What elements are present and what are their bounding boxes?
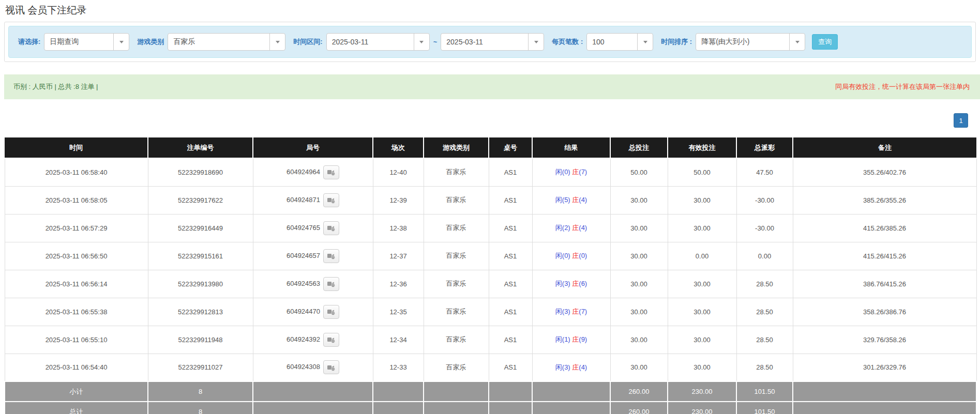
page-size-label: 每页笔数 : (552, 37, 583, 47)
cell-valid-bet: 0.00 (668, 242, 736, 270)
column-header-4: 游戏类别 (424, 137, 489, 158)
cell-round-id: 604924470 (253, 298, 373, 326)
video-replay-button[interactable] (323, 277, 339, 291)
cell-time: 2025-03-11 06:57:29 (5, 214, 148, 242)
cell-round-id: 604924308 (253, 354, 373, 381)
column-header-7: 总投注 (610, 137, 668, 158)
cell-bet-id: 522329918690 (148, 158, 253, 186)
cell-session: 12-40 (373, 158, 424, 186)
video-file-icon (327, 280, 336, 288)
video-replay-button[interactable] (323, 165, 339, 179)
column-header-1: 注单编号 (148, 137, 253, 158)
cell-remark: 358.26/386.76 (793, 298, 976, 326)
cell-time: 2025-03-11 06:54:40 (5, 354, 148, 381)
cell-result: 闲(3) 庄(7) (532, 298, 610, 326)
cell-table-no: AS1 (489, 354, 532, 381)
cell-game-type: 百家乐 (424, 326, 489, 354)
video-file-icon (327, 335, 336, 344)
video-replay-button[interactable] (323, 305, 339, 319)
cell-valid-bet: 30.00 (668, 214, 736, 242)
chevron-down-icon (113, 34, 129, 50)
cell-game-type: 百家乐 (424, 354, 489, 381)
result-player: 闲(2) (555, 224, 570, 232)
currency-total-text: 币别 : 人民币 | 总共 :8 注单 | (13, 82, 98, 91)
table-header-row: 时间注单编号局号场次游戏类别桌号结果总投注有效投注总派彩备注 (5, 137, 976, 158)
time-range-label: 时间区间: (293, 37, 322, 47)
result-banker: 庄 (572, 308, 579, 315)
cell-result: 闲(1) 庄(9) (532, 326, 610, 354)
sort-value: 降冪(由大到小) (696, 37, 749, 47)
summary-bar: 币别 : 人民币 | 总共 :8 注单 | 同局有效投注，统一计算在该局第一张注… (4, 74, 980, 99)
video-file-icon (327, 308, 336, 316)
total-row: 总计 8 260.00 230.00 101.50 (5, 402, 976, 414)
cell-bet-id: 522329915161 (148, 242, 253, 270)
page-title: 视讯 会员下注纪录 (0, 0, 980, 22)
cell-session: 12-35 (373, 298, 424, 326)
total-total-bet: 260.00 (610, 402, 668, 414)
cell-result: 闲(2) 庄(4) (532, 214, 610, 242)
cell-total-bet[interactable]: 30.00 (610, 242, 668, 270)
cell-total-bet[interactable]: 30.00 (610, 354, 668, 381)
table-body: 2025-03-11 06:58:40 522329918690 6049249… (5, 158, 976, 381)
cell-total-bet[interactable]: 30.00 (610, 186, 668, 214)
cell-session: 12-34 (373, 326, 424, 354)
cell-game-type: 百家乐 (424, 270, 489, 298)
cell-total-bet[interactable]: 50.00 (610, 158, 668, 186)
result-player: 闲(0) (555, 252, 570, 259)
cell-remark: 415.26/385.26 (793, 214, 976, 242)
subtotal-payout: 101.50 (736, 381, 793, 402)
result-banker: 庄 (572, 280, 579, 287)
date-to-select[interactable]: 2025-03-11 (441, 33, 544, 51)
cell-time: 2025-03-11 06:56:50 (5, 242, 148, 270)
query-type-select[interactable]: 日期查询 (44, 33, 129, 51)
video-file-icon (327, 168, 336, 176)
cell-remark: 415.26/415.26 (793, 242, 976, 270)
cell-time: 2025-03-11 06:55:38 (5, 298, 148, 326)
subtotal-valid-bet: 230.00 (668, 381, 736, 402)
cell-bet-id: 522329917622 (148, 186, 253, 214)
cell-total-bet[interactable]: 30.00 (610, 270, 668, 298)
total-count: 8 (148, 402, 253, 414)
date-from-select[interactable]: 2025-03-11 (326, 33, 430, 51)
page-size-select[interactable]: 100 (586, 33, 653, 51)
cell-result: 闲(3) 庄(4) (532, 354, 610, 381)
select-type-label: 请选择: (18, 37, 40, 47)
cell-round-id: 604924871 (253, 186, 373, 214)
table-row: 2025-03-11 06:56:50 522329915161 6049246… (5, 242, 976, 270)
column-header-5: 桌号 (489, 137, 532, 158)
total-payout: 101.50 (736, 402, 793, 414)
page-button-1[interactable]: 1 (954, 113, 968, 128)
result-banker: 庄 (572, 363, 579, 371)
video-replay-button[interactable] (323, 221, 339, 235)
table-row: 2025-03-11 06:55:38 522329912813 6049244… (5, 298, 976, 326)
date-range-tilde: ~ (433, 38, 438, 46)
filter-panel: 请选择: 日期查询 游戏类别 百家乐 时间区间: 2025-03-11 ~ 20… (4, 22, 976, 62)
round-id-text: 604924308 (287, 363, 320, 371)
page-size-value: 100 (587, 38, 604, 46)
video-replay-button[interactable] (323, 249, 339, 263)
search-button[interactable]: 查询 (812, 34, 838, 50)
video-replay-button[interactable] (323, 333, 339, 347)
video-replay-button[interactable] (323, 193, 339, 207)
column-header-0: 时间 (5, 137, 148, 158)
cell-total-bet[interactable]: 30.00 (610, 326, 668, 354)
sort-select[interactable]: 降冪(由大到小) (696, 33, 805, 51)
game-type-select[interactable]: 百家乐 (168, 33, 285, 51)
table-row: 2025-03-11 06:58:40 522329918690 6049249… (5, 158, 976, 186)
cell-bet-id: 522329916449 (148, 214, 253, 242)
query-type-value: 日期查询 (44, 37, 79, 47)
cell-payout: 28.50 (736, 354, 793, 381)
video-replay-button[interactable] (323, 360, 339, 374)
result-banker-count: (4) (579, 224, 587, 232)
cell-total-bet[interactable]: 30.00 (610, 298, 668, 326)
round-id-text: 604924871 (287, 195, 320, 203)
cell-valid-bet: 50.00 (668, 158, 736, 186)
cell-game-type: 百家乐 (424, 186, 489, 214)
table-row: 2025-03-11 06:54:40 522329911027 6049243… (5, 354, 976, 381)
result-banker: 庄 (572, 252, 579, 259)
subtotal-label: 小计 (5, 381, 148, 402)
result-banker: 庄 (572, 196, 579, 204)
cell-total-bet[interactable]: 30.00 (610, 214, 668, 242)
result-banker: 庄 (572, 168, 579, 176)
result-player: 闲(3) (555, 363, 570, 371)
